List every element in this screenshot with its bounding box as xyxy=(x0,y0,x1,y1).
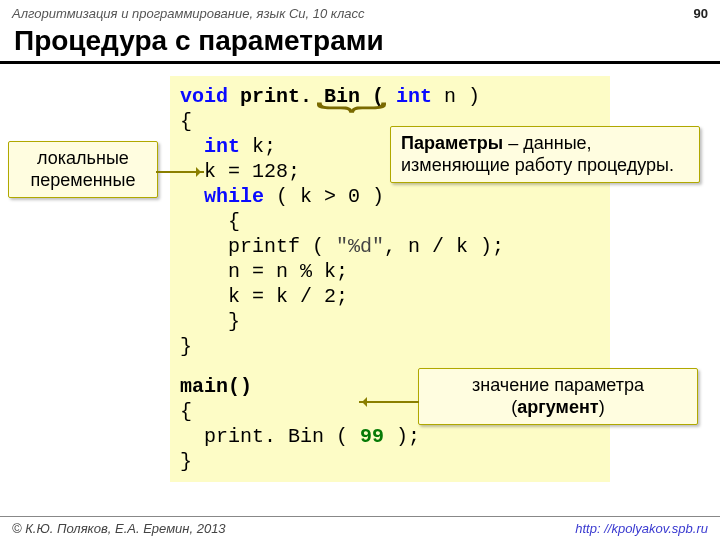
callout-local-vars: локальные переменные xyxy=(8,141,158,198)
mod-line: n = n % k; xyxy=(180,260,348,283)
brace-close: } xyxy=(180,335,192,358)
code-block-procedure: void print. Bin ( int n ) { int k; k = 1… xyxy=(170,76,610,367)
slide-title: Процедура с параметрами xyxy=(0,23,720,64)
callout-argument: значение параметра (аргумент) xyxy=(418,368,698,425)
kw-int2: int xyxy=(204,135,240,158)
brace-open2: { xyxy=(180,210,240,233)
course-label: Алгоритмизация и программирование, язык … xyxy=(12,6,365,21)
kw-int: int xyxy=(396,85,432,108)
pad2 xyxy=(180,185,204,208)
brace-close2: } xyxy=(180,310,240,333)
footer-link[interactable]: http: //kpolyakov.spb.ru xyxy=(575,521,708,536)
kw-void: void xyxy=(180,85,228,108)
brace-open: { xyxy=(180,110,192,133)
callout-arg-line1: значение параметра xyxy=(472,375,644,395)
printf-rest: , n / k ); xyxy=(384,235,504,258)
page-number: 90 xyxy=(694,6,708,21)
main-close: } xyxy=(180,450,192,473)
div-line: k = k / 2; xyxy=(180,285,348,308)
callout-local-vars-text: локальные переменные xyxy=(31,148,136,190)
param-n: n ) xyxy=(432,85,480,108)
footer: © К.Ю. Поляков, Е.А. Еремин, 2013 http: … xyxy=(0,516,720,540)
pad xyxy=(180,135,204,158)
copyright: © К.Ю. Поляков, Е.А. Еремин, 2013 xyxy=(12,521,226,536)
call-end: ); xyxy=(384,425,420,448)
while-cond: ( k > 0 ) xyxy=(264,185,384,208)
kw-while: while xyxy=(204,185,264,208)
paren-close: ) xyxy=(599,397,605,417)
arrow-icon xyxy=(156,171,204,173)
call-printbin: print. Bin ( xyxy=(180,425,360,448)
callout-params-bold: Параметры xyxy=(401,133,503,153)
main-decl: main() xyxy=(180,375,252,398)
printf-call: printf ( xyxy=(180,235,336,258)
callout-arg-bold: аргумент xyxy=(517,397,598,417)
arrow-icon-2 xyxy=(359,401,419,403)
callout-parameters: Параметры – данные, изменяющие работу пр… xyxy=(390,126,700,183)
fmt-str: "%d" xyxy=(336,235,384,258)
fn-name: print. Bin ( xyxy=(228,85,396,108)
decl-k: k; xyxy=(240,135,276,158)
main-open: { xyxy=(180,400,192,423)
content-area: void print. Bin ( int n ) { int k; k = 1… xyxy=(0,76,720,506)
argument-99: 99 xyxy=(360,425,384,448)
